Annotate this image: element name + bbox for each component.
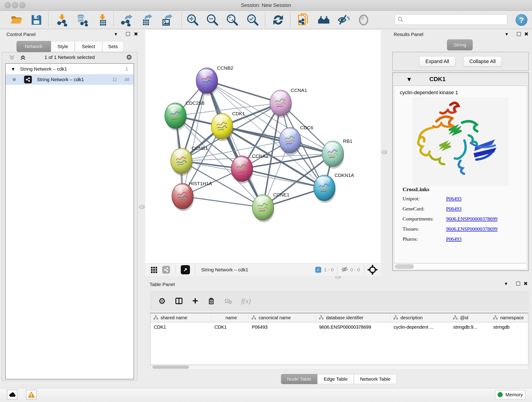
table-hscrollbar[interactable] bbox=[150, 365, 528, 370]
grid-view-button[interactable] bbox=[150, 265, 158, 275]
tab-network[interactable]: Network bbox=[17, 41, 51, 52]
tab-style[interactable]: Style bbox=[51, 41, 75, 52]
tab-string[interactable]: String bbox=[447, 39, 473, 51]
network-node-CDC25B[interactable] bbox=[165, 103, 187, 131]
table-cell[interactable]: CDK1 bbox=[151, 322, 211, 332]
crosslink-value-link[interactable]: 9606.ENSP00000378699 bbox=[446, 226, 497, 232]
network-canvas[interactable]: CCNB2CCNA1CDC25BCDK1CDC6RB1CCNB1CCNA2CDK… bbox=[145, 30, 381, 263]
network-node-CCNB1[interactable] bbox=[171, 148, 193, 176]
delete-column-button[interactable] bbox=[207, 296, 215, 306]
network-edge-HIST1H1A-CCNE1[interactable] bbox=[183, 196, 263, 207]
hide-selection-button[interactable] bbox=[337, 13, 350, 26]
maximize-results-button[interactable]: □ bbox=[516, 31, 521, 36]
right-splitter-handle[interactable] bbox=[381, 150, 387, 154]
network-node-HIST1H1A[interactable] bbox=[172, 183, 194, 211]
column-header--id[interactable]: @id bbox=[450, 313, 490, 322]
network-edge-CDK1-RB1[interactable] bbox=[222, 126, 333, 154]
column-header-database-identifier[interactable]: database identifier bbox=[316, 313, 390, 322]
help-button[interactable]: ? bbox=[515, 14, 527, 26]
show-columns-button[interactable] bbox=[175, 296, 183, 306]
crosslink-value-link[interactable]: P06493 bbox=[446, 206, 462, 212]
birds-eye-button[interactable] bbox=[367, 265, 378, 275]
memory-button[interactable]: Memory bbox=[495, 390, 525, 399]
export-table-button[interactable] bbox=[140, 13, 152, 26]
tab-edge-table[interactable]: Edge Table bbox=[317, 374, 354, 384]
table-cell[interactable]: 9606.ENSP00000378699 bbox=[316, 322, 390, 332]
expand-all-button[interactable]: Expand All bbox=[419, 56, 456, 67]
network-edge-CCNB2-CCNE1[interactable] bbox=[207, 81, 263, 207]
cloud-status-button[interactable] bbox=[7, 390, 17, 400]
float-table-button[interactable]: ▾ bbox=[505, 281, 507, 287]
search-input[interactable] bbox=[405, 17, 507, 22]
collapse-all-button[interactable]: Collapse All bbox=[463, 56, 502, 67]
network-collection-row[interactable]: ▼ String Network – cdk1 1 bbox=[6, 64, 133, 74]
network-row-selected[interactable]: String Network – cdk1 11 48 bbox=[6, 74, 133, 85]
network-node-CCNE1[interactable] bbox=[252, 195, 274, 222]
tab-network-table[interactable]: Network Table bbox=[354, 374, 397, 384]
tab-select[interactable]: Select bbox=[75, 41, 102, 52]
zoom-selected-button[interactable] bbox=[246, 13, 259, 26]
network-node-CCNA1[interactable] bbox=[270, 90, 292, 118]
network-node-CDKN1A[interactable] bbox=[314, 175, 336, 203]
delete-table-button[interactable] bbox=[224, 296, 232, 306]
home-button[interactable] bbox=[317, 13, 330, 26]
close-panel-button[interactable]: ✖ bbox=[134, 31, 138, 37]
column-header-shared-name[interactable]: shared name bbox=[151, 313, 211, 322]
import-database-button[interactable] bbox=[75, 13, 88, 26]
export-image-button[interactable] bbox=[160, 13, 172, 26]
detach-view-button[interactable] bbox=[181, 265, 190, 274]
selected-checkbox-icon[interactable]: ✓ bbox=[315, 267, 321, 273]
float-results-button[interactable]: ▾ bbox=[505, 31, 508, 37]
save-session-button[interactable] bbox=[30, 13, 43, 26]
table-row[interactable]: CDK1CDK1P064939606.ENSP00000378699cyclin… bbox=[151, 322, 528, 332]
network-options-gear[interactable]: ⚙ bbox=[126, 53, 132, 61]
entry-header[interactable]: ▼ CDK1 bbox=[393, 73, 528, 86]
table-cell[interactable]: cyclin-dependent ... bbox=[390, 322, 450, 332]
zoom-fit-button[interactable] bbox=[226, 13, 239, 26]
show-all-button[interactable] bbox=[357, 13, 370, 26]
table-cell[interactable]: stringdb:9... bbox=[450, 322, 490, 332]
table-cell[interactable]: CDK1 bbox=[211, 322, 249, 332]
column-header-canonical-name[interactable]: canonical name bbox=[249, 313, 316, 322]
network-node-CDK1[interactable] bbox=[211, 114, 233, 141]
add-column-button[interactable]: + bbox=[192, 296, 198, 306]
results-scrollbar[interactable] bbox=[394, 264, 527, 269]
bottom-splitter-handle[interactable] bbox=[335, 276, 341, 279]
function-builder-button[interactable]: f(x) bbox=[241, 296, 251, 306]
column-header-namespace[interactable]: namespace bbox=[490, 313, 530, 322]
warnings-button[interactable] bbox=[26, 390, 37, 400]
tab-sets[interactable]: Sets bbox=[102, 41, 124, 52]
table-options-gear[interactable]: ⚙ bbox=[158, 296, 166, 306]
table-cell[interactable]: P06493 bbox=[249, 322, 316, 332]
maximize-table-button[interactable]: □ bbox=[516, 280, 520, 286]
column-header-description[interactable]: description bbox=[390, 313, 450, 322]
entry-expand-arrow-icon[interactable]: ▼ bbox=[407, 77, 411, 82]
export-network-button[interactable] bbox=[120, 13, 133, 26]
float-panel-button[interactable]: ▾ bbox=[114, 31, 117, 37]
import-table-button[interactable] bbox=[96, 13, 109, 26]
tree-expand-arrow-icon[interactable]: ▼ bbox=[12, 67, 14, 71]
network-node-RB1[interactable] bbox=[322, 141, 344, 169]
open-session-button[interactable] bbox=[10, 13, 23, 26]
zoom-out-button[interactable] bbox=[206, 13, 219, 26]
close-results-button[interactable]: ✖ bbox=[524, 31, 528, 37]
warning-icon bbox=[27, 390, 36, 399]
crosslink-value-link[interactable]: P06493 bbox=[446, 196, 462, 202]
left-splitter-handle[interactable] bbox=[139, 205, 145, 209]
import-network-button[interactable] bbox=[56, 13, 69, 26]
network-node-CDC6[interactable] bbox=[279, 128, 301, 155]
network-node-CCNB2[interactable] bbox=[196, 68, 218, 96]
attribute-tree-icon bbox=[251, 315, 256, 320]
tab-node-table[interactable]: Node Table bbox=[281, 374, 317, 384]
crosslink-value-link[interactable]: 9606.ENSP00000378699 bbox=[446, 216, 497, 222]
crosslink-value-link[interactable]: P06493 bbox=[446, 236, 462, 242]
zoom-in-button[interactable] bbox=[186, 13, 199, 26]
close-table-button[interactable]: ✖ bbox=[524, 281, 528, 287]
network-node-CCNA2[interactable] bbox=[231, 156, 253, 184]
share-document-button[interactable] bbox=[297, 13, 310, 26]
maximize-panel-button[interactable]: □ bbox=[126, 31, 130, 36]
refresh-button[interactable] bbox=[272, 13, 285, 26]
network-overview-button[interactable] bbox=[162, 265, 170, 275]
column-header-name[interactable]: name bbox=[211, 313, 249, 322]
table-cell[interactable]: stringdb bbox=[490, 322, 530, 332]
